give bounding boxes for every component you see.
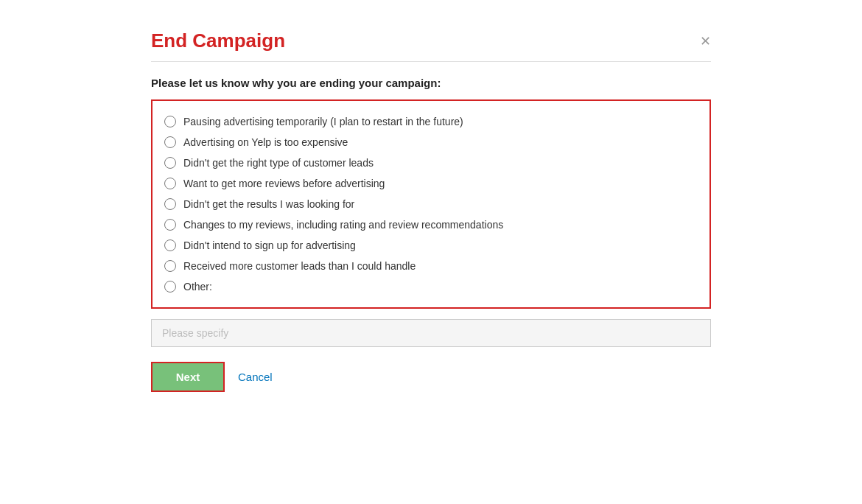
options-box: Pausing advertising temporarily (I plan … — [151, 99, 711, 309]
radio-option-5[interactable]: Didn't get the results I was looking for — [164, 194, 698, 214]
radio-option-7[interactable]: Didn't intend to sign up for advertising — [164, 235, 698, 256]
radio-option-4[interactable]: Want to get more reviews before advertis… — [164, 173, 698, 194]
radio-input-6[interactable] — [164, 219, 176, 231]
actions-row: Next Cancel — [151, 362, 711, 392]
radio-input-8[interactable] — [164, 260, 176, 272]
radio-option-6[interactable]: Changes to my reviews, including rating … — [164, 214, 698, 235]
radio-label-2: Advertising on Yelp is too expensive — [183, 136, 348, 148]
radio-input-3[interactable] — [164, 157, 176, 169]
radio-option-1[interactable]: Pausing advertising temporarily (I plan … — [164, 111, 698, 132]
radio-label-4: Want to get more reviews before advertis… — [183, 178, 385, 189]
radio-label-3: Didn't get the right type of customer le… — [183, 157, 374, 169]
radio-input-7[interactable] — [164, 239, 176, 251]
question-label: Please let us know why you are ending yo… — [151, 77, 711, 89]
radio-label-8: Received more customer leads than I coul… — [183, 260, 416, 272]
radio-option-8[interactable]: Received more customer leads than I coul… — [164, 256, 698, 276]
next-button[interactable]: Next — [151, 362, 225, 392]
close-icon[interactable]: ✕ — [700, 35, 711, 48]
radio-input-4[interactable] — [164, 178, 176, 189]
radio-option-3[interactable]: Didn't get the right type of customer le… — [164, 153, 698, 173]
radio-input-1[interactable] — [164, 116, 176, 127]
radio-label-9: Other: — [183, 281, 212, 293]
end-campaign-modal: End Campaign ✕ Please let us know why yo… — [129, 15, 733, 414]
radio-label-1: Pausing advertising temporarily (I plan … — [183, 116, 463, 127]
radio-option-9[interactable]: Other: — [164, 276, 698, 297]
radio-input-9[interactable] — [164, 281, 176, 293]
radio-label-5: Didn't get the results I was looking for — [183, 198, 354, 210]
radio-input-5[interactable] — [164, 198, 176, 210]
modal-title: End Campaign — [151, 29, 285, 52]
specify-input[interactable] — [151, 319, 711, 347]
radio-label-6: Changes to my reviews, including rating … — [183, 219, 503, 231]
modal-header: End Campaign ✕ — [151, 29, 711, 62]
cancel-link[interactable]: Cancel — [238, 371, 273, 383]
radio-option-2[interactable]: Advertising on Yelp is too expensive — [164, 132, 698, 153]
radio-input-2[interactable] — [164, 136, 176, 148]
radio-label-7: Didn't intend to sign up for advertising — [183, 239, 356, 251]
